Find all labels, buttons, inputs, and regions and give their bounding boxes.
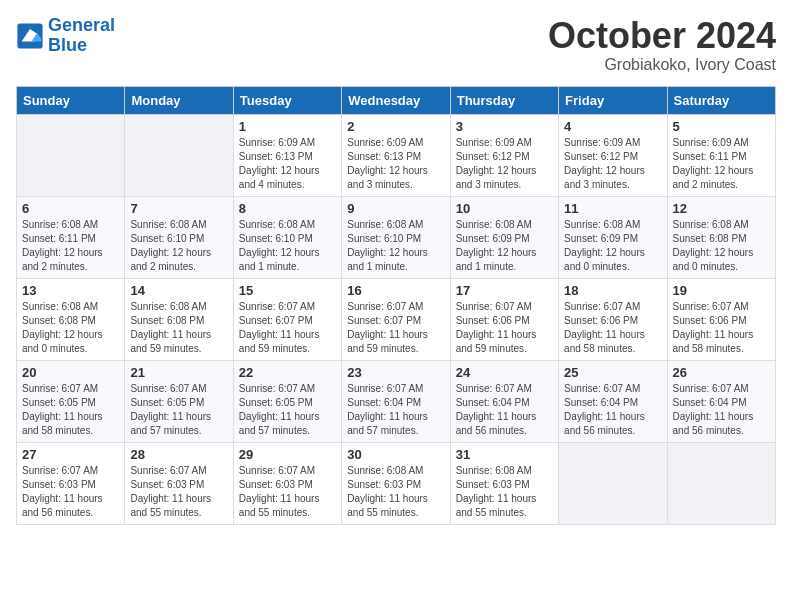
day-number: 29 [239, 447, 336, 462]
calendar-cell: 14Sunrise: 6:08 AM Sunset: 6:08 PM Dayli… [125, 278, 233, 360]
day-info: Sunrise: 6:08 AM Sunset: 6:03 PM Dayligh… [347, 464, 444, 520]
day-info: Sunrise: 6:08 AM Sunset: 6:03 PM Dayligh… [456, 464, 553, 520]
day-info: Sunrise: 6:07 AM Sunset: 6:06 PM Dayligh… [564, 300, 661, 356]
day-number: 8 [239, 201, 336, 216]
day-info: Sunrise: 6:09 AM Sunset: 6:13 PM Dayligh… [239, 136, 336, 192]
calendar-cell: 10Sunrise: 6:08 AM Sunset: 6:09 PM Dayli… [450, 196, 558, 278]
day-info: Sunrise: 6:07 AM Sunset: 6:05 PM Dayligh… [239, 382, 336, 438]
calendar-cell: 11Sunrise: 6:08 AM Sunset: 6:09 PM Dayli… [559, 196, 667, 278]
calendar-cell: 27Sunrise: 6:07 AM Sunset: 6:03 PM Dayli… [17, 442, 125, 524]
day-info: Sunrise: 6:07 AM Sunset: 6:05 PM Dayligh… [22, 382, 119, 438]
day-number: 16 [347, 283, 444, 298]
day-of-week-header: Saturday [667, 86, 775, 114]
day-of-week-header: Monday [125, 86, 233, 114]
day-info: Sunrise: 6:07 AM Sunset: 6:03 PM Dayligh… [22, 464, 119, 520]
day-info: Sunrise: 6:07 AM Sunset: 6:05 PM Dayligh… [130, 382, 227, 438]
calendar-cell: 4Sunrise: 6:09 AM Sunset: 6:12 PM Daylig… [559, 114, 667, 196]
day-info: Sunrise: 6:08 AM Sunset: 6:08 PM Dayligh… [130, 300, 227, 356]
day-info: Sunrise: 6:07 AM Sunset: 6:06 PM Dayligh… [456, 300, 553, 356]
calendar-cell: 24Sunrise: 6:07 AM Sunset: 6:04 PM Dayli… [450, 360, 558, 442]
day-number: 25 [564, 365, 661, 380]
calendar-cell [667, 442, 775, 524]
calendar-week-row: 27Sunrise: 6:07 AM Sunset: 6:03 PM Dayli… [17, 442, 776, 524]
logo-line1: General [48, 15, 115, 35]
day-number: 17 [456, 283, 553, 298]
day-info: Sunrise: 6:09 AM Sunset: 6:12 PM Dayligh… [456, 136, 553, 192]
calendar-week-row: 6Sunrise: 6:08 AM Sunset: 6:11 PM Daylig… [17, 196, 776, 278]
day-number: 24 [456, 365, 553, 380]
day-info: Sunrise: 6:07 AM Sunset: 6:07 PM Dayligh… [239, 300, 336, 356]
day-info: Sunrise: 6:09 AM Sunset: 6:12 PM Dayligh… [564, 136, 661, 192]
title-area: October 2024 Grobiakoko, Ivory Coast [548, 16, 776, 74]
calendar-cell: 20Sunrise: 6:07 AM Sunset: 6:05 PM Dayli… [17, 360, 125, 442]
calendar-cell: 3Sunrise: 6:09 AM Sunset: 6:12 PM Daylig… [450, 114, 558, 196]
day-of-week-header: Wednesday [342, 86, 450, 114]
calendar-week-row: 1Sunrise: 6:09 AM Sunset: 6:13 PM Daylig… [17, 114, 776, 196]
calendar-cell: 5Sunrise: 6:09 AM Sunset: 6:11 PM Daylig… [667, 114, 775, 196]
day-of-week-header: Tuesday [233, 86, 341, 114]
day-number: 1 [239, 119, 336, 134]
calendar-cell: 7Sunrise: 6:08 AM Sunset: 6:10 PM Daylig… [125, 196, 233, 278]
day-number: 13 [22, 283, 119, 298]
calendar-cell: 13Sunrise: 6:08 AM Sunset: 6:08 PM Dayli… [17, 278, 125, 360]
calendar-cell: 19Sunrise: 6:07 AM Sunset: 6:06 PM Dayli… [667, 278, 775, 360]
calendar-cell: 8Sunrise: 6:08 AM Sunset: 6:10 PM Daylig… [233, 196, 341, 278]
calendar-cell: 22Sunrise: 6:07 AM Sunset: 6:05 PM Dayli… [233, 360, 341, 442]
calendar-cell: 2Sunrise: 6:09 AM Sunset: 6:13 PM Daylig… [342, 114, 450, 196]
day-number: 7 [130, 201, 227, 216]
day-of-week-header: Thursday [450, 86, 558, 114]
day-info: Sunrise: 6:09 AM Sunset: 6:11 PM Dayligh… [673, 136, 770, 192]
day-number: 14 [130, 283, 227, 298]
calendar-cell: 26Sunrise: 6:07 AM Sunset: 6:04 PM Dayli… [667, 360, 775, 442]
day-number: 3 [456, 119, 553, 134]
day-info: Sunrise: 6:08 AM Sunset: 6:08 PM Dayligh… [22, 300, 119, 356]
day-info: Sunrise: 6:07 AM Sunset: 6:04 PM Dayligh… [564, 382, 661, 438]
day-number: 15 [239, 283, 336, 298]
day-info: Sunrise: 6:07 AM Sunset: 6:04 PM Dayligh… [456, 382, 553, 438]
day-number: 30 [347, 447, 444, 462]
day-number: 6 [22, 201, 119, 216]
calendar-cell: 30Sunrise: 6:08 AM Sunset: 6:03 PM Dayli… [342, 442, 450, 524]
day-of-week-header: Friday [559, 86, 667, 114]
calendar-cell: 9Sunrise: 6:08 AM Sunset: 6:10 PM Daylig… [342, 196, 450, 278]
day-number: 26 [673, 365, 770, 380]
calendar-header-row: SundayMondayTuesdayWednesdayThursdayFrid… [17, 86, 776, 114]
day-number: 12 [673, 201, 770, 216]
day-info: Sunrise: 6:08 AM Sunset: 6:10 PM Dayligh… [347, 218, 444, 274]
day-number: 23 [347, 365, 444, 380]
day-info: Sunrise: 6:07 AM Sunset: 6:04 PM Dayligh… [347, 382, 444, 438]
calendar-cell [17, 114, 125, 196]
day-info: Sunrise: 6:07 AM Sunset: 6:07 PM Dayligh… [347, 300, 444, 356]
calendar-cell: 31Sunrise: 6:08 AM Sunset: 6:03 PM Dayli… [450, 442, 558, 524]
calendar-cell: 23Sunrise: 6:07 AM Sunset: 6:04 PM Dayli… [342, 360, 450, 442]
logo: General Blue [16, 16, 115, 56]
calendar-cell: 1Sunrise: 6:09 AM Sunset: 6:13 PM Daylig… [233, 114, 341, 196]
day-number: 18 [564, 283, 661, 298]
logo-text: General Blue [48, 16, 115, 56]
day-info: Sunrise: 6:08 AM Sunset: 6:09 PM Dayligh… [564, 218, 661, 274]
day-info: Sunrise: 6:07 AM Sunset: 6:03 PM Dayligh… [239, 464, 336, 520]
calendar-cell: 28Sunrise: 6:07 AM Sunset: 6:03 PM Dayli… [125, 442, 233, 524]
day-info: Sunrise: 6:07 AM Sunset: 6:06 PM Dayligh… [673, 300, 770, 356]
calendar-cell: 17Sunrise: 6:07 AM Sunset: 6:06 PM Dayli… [450, 278, 558, 360]
calendar-cell: 25Sunrise: 6:07 AM Sunset: 6:04 PM Dayli… [559, 360, 667, 442]
day-number: 10 [456, 201, 553, 216]
day-number: 20 [22, 365, 119, 380]
day-number: 21 [130, 365, 227, 380]
day-info: Sunrise: 6:08 AM Sunset: 6:10 PM Dayligh… [130, 218, 227, 274]
day-number: 31 [456, 447, 553, 462]
calendar-cell [125, 114, 233, 196]
day-number: 11 [564, 201, 661, 216]
day-number: 19 [673, 283, 770, 298]
logo-icon [16, 22, 44, 50]
day-info: Sunrise: 6:08 AM Sunset: 6:09 PM Dayligh… [456, 218, 553, 274]
calendar-cell: 18Sunrise: 6:07 AM Sunset: 6:06 PM Dayli… [559, 278, 667, 360]
day-number: 9 [347, 201, 444, 216]
day-info: Sunrise: 6:07 AM Sunset: 6:04 PM Dayligh… [673, 382, 770, 438]
day-info: Sunrise: 6:08 AM Sunset: 6:10 PM Dayligh… [239, 218, 336, 274]
calendar-cell: 21Sunrise: 6:07 AM Sunset: 6:05 PM Dayli… [125, 360, 233, 442]
month-title: October 2024 [548, 16, 776, 56]
calendar-cell [559, 442, 667, 524]
calendar-cell: 12Sunrise: 6:08 AM Sunset: 6:08 PM Dayli… [667, 196, 775, 278]
calendar-table: SundayMondayTuesdayWednesdayThursdayFrid… [16, 86, 776, 525]
